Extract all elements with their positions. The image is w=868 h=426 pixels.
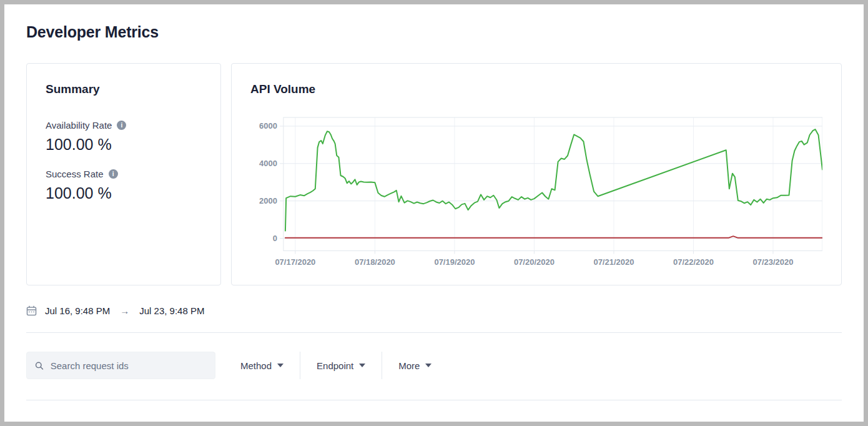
date-range-end: Jul 23, 9:48 PM bbox=[139, 305, 204, 316]
divider bbox=[26, 332, 842, 333]
svg-text:4000: 4000 bbox=[259, 159, 277, 168]
api-volume-line-chart[interactable]: 07/17/202007/18/202007/19/202007/20/2020… bbox=[250, 112, 822, 269]
svg-text:07/19/2020: 07/19/2020 bbox=[434, 257, 475, 267]
summary-card: Summary Availability Rate i 100.00 % Suc… bbox=[26, 63, 221, 285]
chevron-down-icon bbox=[425, 364, 432, 367]
svg-text:07/23/2020: 07/23/2020 bbox=[752, 257, 793, 267]
summary-card-title: Summary bbox=[46, 82, 202, 96]
api-volume-card: API Volume 07/17/202007/18/202007/19/202… bbox=[231, 63, 842, 285]
svg-text:6000: 6000 bbox=[259, 121, 277, 131]
filters-row: Method Endpoint More bbox=[26, 352, 842, 379]
availability-rate-label: Availability Rate bbox=[46, 120, 112, 131]
date-range-picker[interactable]: Jul 16, 9:48 PM → Jul 23, 9:48 PM bbox=[26, 304, 204, 317]
success-rate-label: Success Rate bbox=[46, 169, 104, 179]
calendar-icon bbox=[26, 305, 37, 316]
api-volume-title: API Volume bbox=[250, 82, 822, 96]
api-volume-chart[interactable]: 07/17/202007/18/202007/19/202007/20/2020… bbox=[250, 112, 822, 269]
svg-text:07/17/2020: 07/17/2020 bbox=[275, 257, 315, 267]
svg-text:0: 0 bbox=[273, 234, 277, 243]
arrow-right-icon: → bbox=[118, 305, 131, 316]
app-window: Developer Metrics Summary Availability R… bbox=[0, 0, 868, 426]
availability-rate-label-row: Availability Rate i bbox=[46, 120, 202, 131]
svg-text:2000: 2000 bbox=[259, 196, 277, 206]
endpoint-filter-label: Endpoint bbox=[317, 360, 353, 371]
search-icon bbox=[35, 361, 44, 370]
page-title: Developer Metrics bbox=[26, 23, 842, 41]
chevron-down-icon bbox=[277, 364, 284, 367]
info-icon[interactable]: i bbox=[117, 121, 126, 130]
search-box[interactable] bbox=[26, 352, 215, 379]
method-filter-label: Method bbox=[240, 360, 272, 371]
metrics-cards-row: Summary Availability Rate i 100.00 % Suc… bbox=[26, 63, 842, 285]
date-range-start: Jul 16, 9:48 PM bbox=[45, 305, 110, 316]
availability-rate-value: 100.00 % bbox=[46, 136, 202, 154]
success-rate-label-row: Success Rate i bbox=[46, 169, 202, 179]
more-filter-label: More bbox=[398, 360, 420, 371]
svg-text:07/22/2020: 07/22/2020 bbox=[673, 257, 714, 267]
method-filter-dropdown[interactable]: Method bbox=[224, 352, 300, 379]
info-icon[interactable]: i bbox=[109, 169, 118, 179]
divider bbox=[26, 400, 842, 400]
endpoint-filter-dropdown[interactable]: Endpoint bbox=[300, 352, 382, 379]
search-request-ids-input[interactable] bbox=[49, 360, 207, 372]
svg-text:07/20/2020: 07/20/2020 bbox=[514, 257, 555, 267]
svg-text:07/18/2020: 07/18/2020 bbox=[355, 257, 395, 267]
success-rate-value: 100.00 % bbox=[46, 184, 202, 202]
more-filter-dropdown[interactable]: More bbox=[382, 352, 448, 379]
chevron-down-icon bbox=[359, 364, 365, 367]
developer-metrics-page: Developer Metrics Summary Availability R… bbox=[4, 4, 864, 400]
svg-text:07/21/2020: 07/21/2020 bbox=[593, 257, 634, 267]
